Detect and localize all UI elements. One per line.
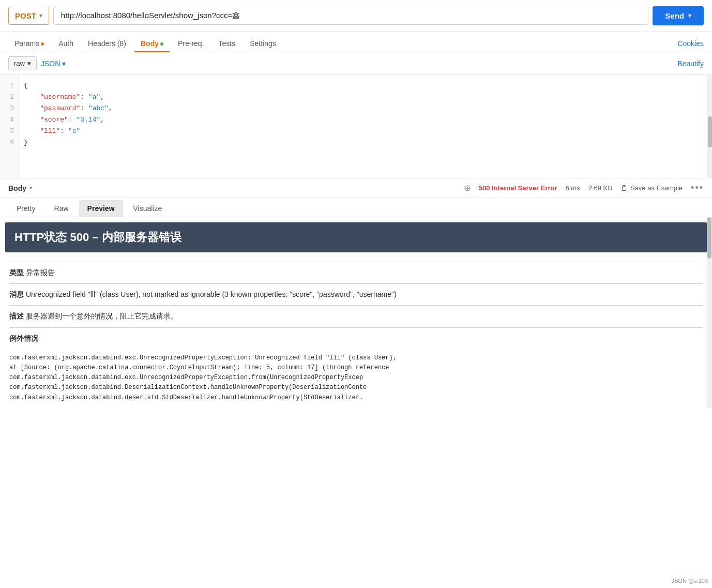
url-bar: POST ▾ Send ▾ xyxy=(0,0,712,32)
send-chevron-icon: ▾ xyxy=(688,12,691,19)
response-bar: Body ▾ ⊕ 500 Internal Server Error 6 ms … xyxy=(0,178,712,198)
resp-tab-raw[interactable]: Raw xyxy=(46,200,77,217)
more-options-button[interactable]: ••• xyxy=(691,183,704,193)
exception-label: 例外情况 xyxy=(9,334,38,342)
tab-tests[interactable]: Tests xyxy=(213,35,242,52)
line-numbers: 1 2 3 4 5 6 xyxy=(0,75,19,178)
preview-scrollbar[interactable] xyxy=(707,217,712,408)
type-row: 类型 异常报告 xyxy=(9,266,703,279)
editor-scrollbar[interactable] xyxy=(707,75,712,178)
params-dot xyxy=(41,42,44,46)
raw-select[interactable]: raw ▾ xyxy=(8,56,37,70)
code-line-4: "score": "3.14", xyxy=(24,114,702,126)
json-label: JSON xyxy=(41,59,60,68)
stack-line-2: at [Source: (org.apache.catalina.connect… xyxy=(9,363,703,373)
preview-content: HTTP状态 500 – 内部服务器错误 类型 异常报告 消息 Unrecogn… xyxy=(0,217,712,408)
type-label: 类型 xyxy=(9,268,24,277)
tab-prereq[interactable]: Pre-req. xyxy=(172,35,210,52)
response-body-label: Body xyxy=(8,184,26,192)
message-label: 消息 xyxy=(9,290,24,298)
method-chevron-icon: ▾ xyxy=(39,12,42,19)
send-label: Send xyxy=(665,11,684,20)
divider-3 xyxy=(9,305,703,306)
code-line-1: { xyxy=(24,80,702,92)
send-button[interactable]: Send ▾ xyxy=(653,6,704,25)
tab-settings[interactable]: Settings xyxy=(244,35,282,52)
stack-line-4: com.fasterxml.jackson.databind.Deseriali… xyxy=(9,383,703,393)
stack-trace: com.fasterxml.jackson.databind.exc.Unrec… xyxy=(0,353,712,408)
url-input[interactable] xyxy=(53,7,648,25)
stack-line-5: com.fasterxml.jackson.databind.deser.std… xyxy=(9,393,703,403)
resp-tab-pretty[interactable]: Pretty xyxy=(8,200,44,217)
stack-line-3: com.fasterxml.jackson.databind.exc.Unrec… xyxy=(9,373,703,383)
method-select[interactable]: POST ▾ xyxy=(8,7,49,25)
raw-chevron-icon: ▾ xyxy=(27,59,31,67)
save-as-example-button[interactable]: 🗒 Save as Example xyxy=(620,184,683,192)
body-dot xyxy=(160,42,163,46)
code-area[interactable]: { "username": "a", "password": "abc", "s… xyxy=(19,75,707,178)
editor-scrollbar-thumb xyxy=(708,116,712,147)
divider-1 xyxy=(9,262,703,262)
resp-tab-preview[interactable]: Preview xyxy=(79,200,123,217)
http-error-title: HTTP状态 500 – 内部服务器错误 xyxy=(5,222,707,252)
code-line-5: "lll": "e" xyxy=(24,126,702,137)
code-line-2: "username": "a", xyxy=(24,92,702,103)
response-body-chevron-icon[interactable]: ▾ xyxy=(29,185,33,191)
code-line-6: } xyxy=(24,137,702,148)
response-time: 6 ms xyxy=(565,184,580,192)
cookies-button[interactable]: Cookies xyxy=(677,39,704,48)
tab-body[interactable]: Body xyxy=(134,35,170,52)
tab-headers[interactable]: Headers (8) xyxy=(82,35,132,52)
method-label: POST xyxy=(15,11,36,20)
response-bar-right: ⊕ 500 Internal Server Error 6 ms 2.69 KB… xyxy=(464,183,704,193)
description-label: 描述 xyxy=(9,312,24,320)
json-chevron-icon: ▾ xyxy=(62,59,66,68)
preview-wrapper: HTTP状态 500 – 内部服务器错误 类型 异常报告 消息 Unrecogn… xyxy=(0,217,712,408)
preview-scrollbar-thumb xyxy=(707,217,711,259)
response-tabs: Pretty Raw Preview Visualize xyxy=(0,198,712,217)
response-size: 2.69 KB xyxy=(588,184,612,192)
globe-icon: ⊕ xyxy=(464,183,471,193)
tab-auth[interactable]: Auth xyxy=(52,35,80,52)
message-row: 消息 Unrecognized field "lll" (class User)… xyxy=(9,288,703,301)
stack-line-1: com.fasterxml.jackson.databind.exc.Unrec… xyxy=(9,353,703,363)
beautify-button[interactable]: Beautify xyxy=(677,59,704,68)
json-select[interactable]: JSON ▾ xyxy=(41,59,66,68)
save-icon: 🗒 xyxy=(620,184,628,192)
status-badge: 500 Internal Server Error xyxy=(479,184,557,192)
exception-row: 例外情况 xyxy=(9,332,703,345)
preview-body: 类型 异常报告 消息 Unrecognized field "lll" (cla… xyxy=(0,252,712,353)
description-row: 描述 服务器遇到一个意外的情况，阻止它完成请求。 xyxy=(9,310,703,323)
body-options-bar: raw ▾ JSON ▾ Beautify xyxy=(0,52,712,75)
raw-label: raw xyxy=(14,59,25,67)
code-line-3: "password": "abc", xyxy=(24,103,702,114)
response-bar-left: Body ▾ xyxy=(8,184,33,192)
divider-4 xyxy=(9,327,703,328)
save-example-label: Save as Example xyxy=(630,184,683,192)
tab-params[interactable]: Params xyxy=(8,35,50,52)
resp-tab-visualize[interactable]: Visualize xyxy=(125,200,171,217)
divider-2 xyxy=(9,283,703,284)
request-tabs: Params Auth Headers (8) Body Pre-req. Te… xyxy=(0,32,712,52)
code-editor: 1 2 3 4 5 6 { "username": "a", "password… xyxy=(0,75,712,178)
